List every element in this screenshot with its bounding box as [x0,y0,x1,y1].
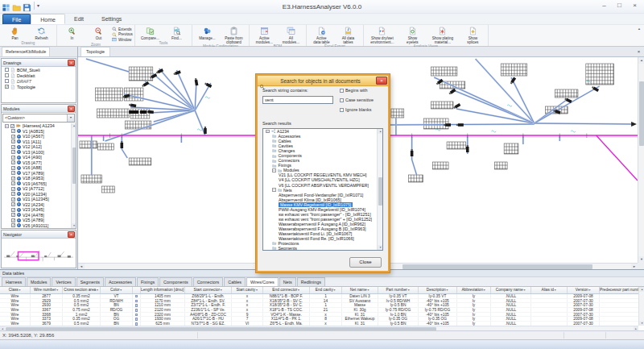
scrollbar-thumb[interactable] [639,81,644,146]
result-item[interactable]: V6 [LL COCKPIT ABSP.VENTIL VERDAMPFER] [263,183,382,188]
column-header[interactable]: Abbreviation▼ [457,287,491,293]
eyelets-button[interactable]: Show eyelets [399,26,426,44]
checkbox[interactable]: ✓ [11,181,15,185]
zoom-out-button[interactable]: Out [85,26,112,40]
navigator-close-icon[interactable]: × [68,231,75,238]
modules-close-icon[interactable]: × [68,106,75,112]
drawing-item-deckblatt[interactable]: Deckblatt [2,73,76,78]
checkbox[interactable] [340,89,344,93]
column-header[interactable] [133,287,141,293]
checkbox[interactable]: ✓ [11,171,15,175]
scroll-down-icon[interactable]: ▼ [639,321,644,326]
scroll-up-icon[interactable]: ▲ [72,123,76,128]
filter-icon[interactable]: ▼ [297,289,299,292]
scroll-up-icon[interactable]: ▲ [378,129,383,134]
bom-active-button[interactable]: Active modules... [251,26,278,44]
checkbox[interactable] [340,98,344,102]
table-tab-components[interactable]: Components [159,277,192,286]
checkbox[interactable] [340,108,344,112]
modules-scrollbar[interactable]: ▲ ▼ [71,123,76,228]
filter-icon[interactable]: ▼ [367,289,369,292]
splices-button[interactable]: Show splices [460,26,486,44]
checkbox[interactable] [5,79,9,83]
checkbox[interactable]: ✓ [11,213,15,217]
checkbox[interactable]: ✓ [11,197,15,202]
filter-icon[interactable]: ▼ [96,289,98,292]
column-header[interactable]: Length information [dmu]▼ [141,287,185,293]
column-header[interactable]: Company name▼ [491,287,531,293]
drawing-item-draft[interactable]: DRAFT [2,78,76,84]
column-header[interactable]: Description▼ [419,287,457,293]
checkbox-case-sensitive[interactable]: Case sensitive [340,98,374,102]
filter-icon[interactable]: ▼ [120,289,122,292]
table-tab-accessories[interactable]: Accessories [105,277,136,286]
column-header[interactable]: End connector▼ [263,287,310,293]
ribbon-tab-file[interactable]: File [2,14,31,24]
checkbox[interactable]: ✓ [11,192,15,196]
checkbox[interactable]: ✓ [11,150,15,154]
column-header[interactable]: Predecessor part number▼ [600,287,638,293]
dialog-close-button[interactable]: × [376,77,387,85]
ribbon-tab-edit[interactable]: Edit [65,14,93,24]
maximize-button[interactable]: □ [612,0,627,11]
checkbox[interactable]: ✓ [11,177,15,181]
column-header[interactable]: Class▼ [0,287,31,293]
scroll-down-icon[interactable]: ▼ [72,223,76,228]
checkbox[interactable]: ✓ [11,160,15,164]
table-vertical-scrollbar[interactable]: ▲ ▼ [638,287,644,326]
filter-icon[interactable]: ▼ [554,289,556,292]
pane-close-icon[interactable]: × [635,48,642,56]
column-header[interactable]: Start cavity▼ [232,287,263,293]
filter-icon[interactable]: ▼ [255,289,258,292]
checkbox-begins-with[interactable]: Begins with [340,88,368,93]
filter-icon[interactable]: ▼ [446,289,448,292]
excel-active-button[interactable]: Active data table [308,26,335,44]
checkbox[interactable] [5,68,9,72]
search-input[interactable] [262,96,333,104]
pan-button[interactable]: Pan [2,26,28,40]
column-header[interactable]: End cavity▼ [310,287,342,293]
navigator-thumbnail[interactable] [2,239,76,268]
bom-all-button[interactable]: All modules... [278,26,304,44]
column-header[interactable]: Version▼ [568,287,600,293]
checkbox[interactable]: ✓ [11,202,15,206]
table-tab-harness[interactable]: Harness [2,277,26,286]
filter-icon[interactable]: ▼ [407,289,410,292]
excel-all-button[interactable]: All data tables [335,26,361,44]
close-button[interactable]: Close [349,257,382,268]
checkbox[interactable]: ✓ [11,135,15,139]
checkbox[interactable]: ✓ [5,85,9,89]
collapse-icon[interactable]: − [266,130,270,134]
table-tab-redlinings[interactable]: Redlinings [297,277,325,286]
checkbox[interactable]: ✓ [11,156,15,160]
drawing-item-topologie[interactable]: ✓Topologie [2,84,76,89]
close-button[interactable]: × [627,0,642,11]
checkbox[interactable]: ✓ [11,166,15,170]
checkbox[interactable]: ✓ [11,129,15,133]
refresh-button[interactable]: Refresh [28,26,55,40]
zoom-window-button[interactable]: Window [112,37,133,43]
table-tab-cables[interactable]: Cables [224,277,246,286]
column-header[interactable]: Part number▼ [378,287,419,293]
filter-icon[interactable]: ▼ [588,289,591,292]
scrollbar-thumb[interactable] [72,147,76,184]
filter-icon[interactable]: ▼ [483,289,485,292]
checkbox[interactable]: ✓ [11,187,15,191]
drawings-close-icon[interactable]: × [68,60,75,66]
plating-button[interactable]: Show plating material... [426,26,460,44]
filter-icon[interactable]: ▼ [56,289,59,292]
checkbox[interactable]: ✓ [11,208,15,212]
paste-button[interactable]: Paste from clipboard [221,26,247,44]
results-scrollbar[interactable]: ▲ ▼ [377,129,382,250]
checkbox[interactable]: ✓ [11,145,15,149]
scrollbar-thumb[interactable] [378,177,382,206]
checkbox[interactable]: ✓ [11,139,15,143]
minimize-button[interactable]: – [597,0,612,11]
checkbox[interactable]: ✓ [11,218,15,222]
collapse-icon[interactable]: − [5,124,9,128]
tab-reference-kbl-module[interactable]: ReferenceKblModule [2,47,50,56]
scroll-up-icon[interactable]: ▲ [638,57,644,64]
filter-icon[interactable]: ▼ [220,289,222,292]
ribbon-tab-home[interactable]: Home [31,14,65,24]
table-tab-connectors[interactable]: Connectors [193,277,224,286]
